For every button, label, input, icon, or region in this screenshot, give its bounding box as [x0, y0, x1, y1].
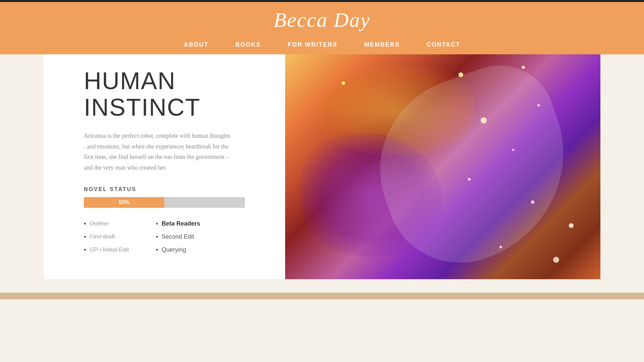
nav-for-writers[interactable]: FOR WRITERS	[288, 41, 337, 48]
book-cover-art	[285, 54, 600, 279]
art-dot	[342, 81, 345, 85]
progress-bar-container: 50%	[84, 197, 245, 208]
art-dot	[569, 223, 574, 228]
art-dot	[459, 72, 463, 77]
nav-books[interactable]: BOOKS	[235, 41, 261, 48]
book-info-panel: HUMAN INSTINCT Arieanna is the perfect r…	[44, 54, 285, 279]
novel-status-heading: NOVEL STATUS	[84, 186, 268, 192]
list-item: Querying	[156, 246, 200, 254]
art-dot	[512, 149, 514, 151]
art-dot	[522, 66, 525, 69]
main-content: HUMAN INSTINCT Arieanna is the perfect r…	[44, 54, 600, 279]
below-main-strip	[0, 279, 644, 293]
book-description: Arieanna is the perfect robot, complete …	[84, 131, 231, 173]
progress-label: 50%	[119, 199, 129, 205]
site-title: Becca Day	[0, 8, 644, 35]
list-item: Second Edit	[156, 233, 200, 241]
list-item: Outline	[84, 220, 129, 228]
footer-strip	[0, 293, 644, 299]
nav-members[interactable]: MEMBERS	[364, 41, 400, 48]
list-item: First draft	[84, 233, 129, 241]
status-lists: Outline First draft CP / Initial Edit Be…	[84, 220, 268, 259]
art-dot	[481, 117, 487, 123]
progress-bar-fill: 50%	[84, 197, 164, 208]
main-nav: ABOUT BOOKS FOR WRITERS MEMBERS CONTACT	[0, 35, 644, 54]
nav-contact[interactable]: CONTACT	[427, 41, 461, 48]
art-dot	[499, 246, 502, 248]
list-item: CP / Initial Edit	[84, 246, 129, 254]
art-dot	[531, 200, 534, 204]
book-title: HUMAN INSTINCT	[84, 68, 268, 121]
art-dot	[553, 257, 559, 263]
status-list-right: Beta Readers Second Edit Querying	[156, 220, 200, 259]
book-cover-panel	[285, 54, 600, 279]
art-dot	[468, 178, 471, 181]
nav-about[interactable]: ABOUT	[184, 41, 209, 48]
art-dots	[285, 54, 600, 279]
status-list-left: Outline First draft CP / Initial Edit	[84, 220, 129, 259]
list-item: Beta Readers	[156, 220, 200, 228]
site-header: Becca Day ABOUT BOOKS FOR WRITERS MEMBER…	[0, 2, 644, 54]
art-dot	[537, 104, 540, 107]
